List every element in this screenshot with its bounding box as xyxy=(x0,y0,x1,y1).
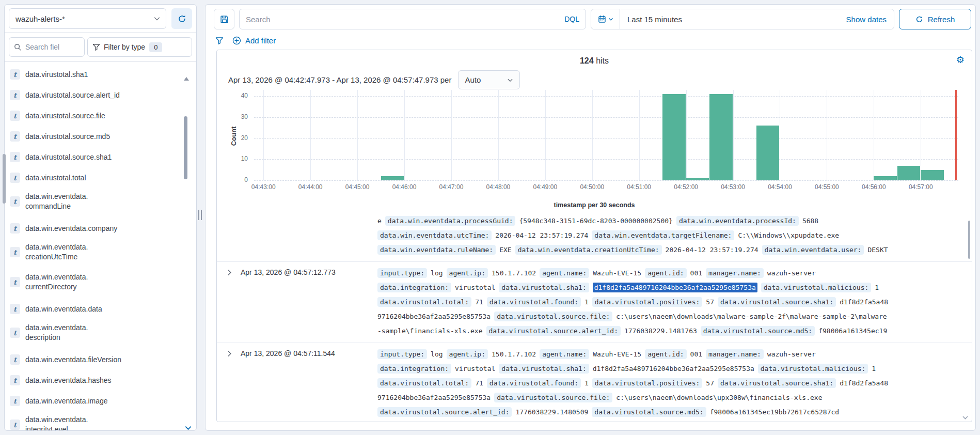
histogram-bar[interactable] xyxy=(756,126,779,180)
field-value: e xyxy=(377,217,382,225)
refresh-index-button[interactable] xyxy=(171,8,192,29)
search-query-input[interactable]: Search DQL xyxy=(239,9,586,29)
y-tick-label: 10 xyxy=(229,155,248,162)
field-name-badge: input.type: xyxy=(377,349,427,359)
field-item[interactable]: tdata.win.eventdata.hashes xyxy=(10,374,181,387)
field-name-badge: data.virustotal.source.alert_id: xyxy=(377,407,512,417)
field-item[interactable]: tdata.virustotal.source.sha1 xyxy=(10,150,181,164)
refresh-button[interactable]: Refresh xyxy=(899,9,971,29)
histogram-chart: Count 04:43:0004:44:0004:45:0004:46:0004… xyxy=(217,90,972,219)
x-tick-label: 04:47:00 xyxy=(439,183,464,191)
field-item[interactable]: tdata.win.eventdata.company xyxy=(10,222,181,235)
calendar-icon xyxy=(598,15,606,23)
filter-funnel-icon[interactable] xyxy=(215,37,224,45)
field-name-line: data.win.eventdata. xyxy=(25,242,88,252)
histogram-bar[interactable] xyxy=(897,166,920,180)
field-name-badge: data.virustotal.found: xyxy=(487,297,581,307)
field-name: data.virustotal.total xyxy=(25,173,86,183)
field-name-badge: data.virustotal.source.sha1: xyxy=(718,378,836,388)
field-name-badge: agent.ip: xyxy=(447,349,488,359)
x-gridline xyxy=(686,90,687,180)
field-value: C:\\Windows\\xpupdate.exe xyxy=(738,231,839,239)
doc-line: input.type:logagent.ip:150.1.7.102agent.… xyxy=(377,266,972,281)
filter-by-type-button[interactable]: Filter by type 0 xyxy=(87,37,192,57)
field-value: wazuh-server xyxy=(767,350,816,358)
document-timestamp xyxy=(241,214,377,257)
field-name-badge: data.integration: xyxy=(377,364,451,374)
interval-select[interactable]: Auto xyxy=(458,70,520,89)
histogram-bar[interactable] xyxy=(874,176,896,180)
field-item[interactable]: tdata.win.eventdata.creationUtcTime xyxy=(10,242,181,262)
x-gridline xyxy=(498,90,499,180)
field-name: data.virustotal.source.md5 xyxy=(25,132,110,142)
field-value: 57 xyxy=(706,298,714,306)
field-item[interactable]: tdata.win.eventdata.image xyxy=(10,394,181,408)
field-name-line: data.win.eventdata.image xyxy=(25,396,108,406)
show-dates-button[interactable]: Show dates xyxy=(846,15,894,24)
documents-scroll-down-icon[interactable] xyxy=(962,414,969,421)
histogram-bar[interactable] xyxy=(381,176,404,180)
field-name: data.win.eventdata.creationUtcTime xyxy=(25,242,88,262)
doc-line: data.integration:virustotaldata.virustot… xyxy=(377,362,972,376)
search-fields-placeholder: Search fiel xyxy=(25,43,59,51)
field-item[interactable]: tdata.virustotal.sha1 xyxy=(10,68,181,81)
field-value: -sample\financials-xls.exe xyxy=(377,327,483,335)
document-timestamp: Apr 13, 2026 @ 04:57:11.544 xyxy=(241,347,377,420)
add-filter-button[interactable]: Add filter xyxy=(232,36,276,45)
query-bar: Search DQL Last 15 minutes Show dates Re… xyxy=(206,5,975,29)
histogram-bar[interactable] xyxy=(662,94,685,180)
field-item[interactable]: tdata.win.eventdata.currentDirectory xyxy=(10,272,181,292)
histogram-bar[interactable] xyxy=(921,170,943,180)
field-item[interactable]: tdata.win.eventdata.data xyxy=(10,302,181,316)
field-item[interactable]: tdata.virustotal.source.md5 xyxy=(10,130,181,143)
field-name-badge: agent.ip: xyxy=(447,268,488,278)
gear-icon[interactable]: ⚙ xyxy=(956,55,965,65)
field-type-text-icon: t xyxy=(10,131,20,142)
scroll-down-chevron-icon[interactable] xyxy=(184,424,192,431)
calendar-menu-button[interactable] xyxy=(591,9,620,29)
field-name: data.win.eventdata.image xyxy=(25,396,108,406)
scroll-up-arrow-icon[interactable] xyxy=(184,77,189,81)
field-item[interactable]: tdata.win.eventdata.integrityLevel xyxy=(10,415,181,431)
time-range-value[interactable]: Last 15 minutes xyxy=(620,15,846,24)
results-card: 124 hits ⚙ Apr 13, 2026 @ 04:42:47.973 -… xyxy=(216,50,972,422)
expand-document-button[interactable] xyxy=(217,266,241,338)
x-gridline xyxy=(404,90,405,180)
field-name-line: creationUtcTime xyxy=(25,252,88,262)
field-value: 1 xyxy=(875,284,879,291)
field-value: 5688 xyxy=(802,217,818,225)
histogram-bar[interactable] xyxy=(686,178,709,180)
y-tick-label: 40 xyxy=(229,92,248,99)
chevron-down-icon xyxy=(608,17,613,22)
histogram-bar[interactable] xyxy=(709,94,732,180)
field-item[interactable]: tdata.virustotal.source.alert_id xyxy=(10,88,181,102)
field-value: 1 xyxy=(872,365,876,372)
field-value: 1776038229.1481763 xyxy=(624,327,697,335)
panel-resizer-handle[interactable] xyxy=(198,210,202,220)
field-item[interactable]: tdata.win.eventdata.description xyxy=(10,323,181,343)
document-source: input.type:logagent.ip:150.1.7.102agent.… xyxy=(377,347,972,420)
field-name-line: data.win.eventdata. xyxy=(25,192,88,201)
doc-line: data.integration:virustotaldata.virustot… xyxy=(377,281,972,295)
field-item[interactable]: tdata.virustotal.total xyxy=(10,171,181,184)
add-filter-label: Add filter xyxy=(245,36,276,45)
sidebar-scrollbar-thumb[interactable] xyxy=(184,116,187,179)
field-type-text-icon: t xyxy=(10,196,20,207)
index-pattern-select[interactable]: wazuh-alerts-* xyxy=(9,8,166,29)
field-item[interactable]: tdata.win.eventdata.fileVersion xyxy=(10,353,181,366)
window-scrollbar-thumb[interactable] xyxy=(3,154,6,204)
x-tick-label: 04:44:00 xyxy=(298,183,323,191)
documents-scrollbar-thumb[interactable] xyxy=(968,221,970,259)
field-item[interactable]: tdata.virustotal.source.file xyxy=(10,109,181,122)
x-gridline xyxy=(592,90,593,180)
save-query-button[interactable] xyxy=(214,9,234,29)
field-name-badge: data.virustotal.source.alert_id: xyxy=(486,326,621,336)
field-name-line: data.virustotal.source.md5 xyxy=(25,132,110,142)
document-source: input.type:logagent.ip:150.1.7.102agent.… xyxy=(377,266,972,338)
field-name-badge: agent.id: xyxy=(645,268,686,278)
search-fields-input[interactable]: Search fiel xyxy=(9,37,85,57)
histogram-header: Apr 13, 2026 @ 04:42:47.973 - Apr 13, 20… xyxy=(228,70,972,89)
query-language-button[interactable]: DQL xyxy=(564,15,579,23)
field-item[interactable]: tdata.win.eventdata.commandLine xyxy=(10,192,181,211)
expand-document-button[interactable] xyxy=(217,347,241,420)
